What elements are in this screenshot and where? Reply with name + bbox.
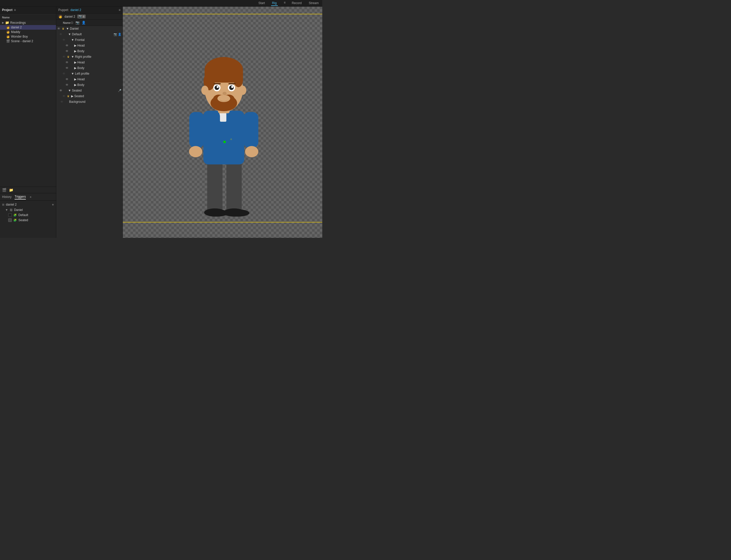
layers-name-header: Name — [63, 21, 71, 24]
eye-rightprofile-body[interactable]: 👁 — [65, 66, 70, 70]
layers-list: 👁 ♛ ▼ Daniel 👁 ♛ ▼ Default 📷 👤 👁 ♛ ▼ Fro… — [56, 26, 123, 238]
project-title: Project — [2, 8, 13, 12]
project-panel: Project ≡ Name ▶ 📁 Recordings 🧑 daniel 2… — [0, 7, 56, 238]
bottom-tabs: History Triggers ≡ — [0, 193, 56, 201]
eye-rightprofile-head[interactable]: 👁 — [65, 61, 70, 64]
rightprofile-body-layer-name: ▶ Body — [74, 66, 121, 70]
chevron-daniel-trigger: ▼ — [5, 208, 8, 212]
main-layout: Project ≡ Name ▶ 📁 Recordings 🧑 daniel 2… — [0, 7, 322, 238]
name-column-header: Name — [2, 16, 10, 19]
trigger-header-row: ⊞ daniel 2 + — [1, 202, 55, 207]
eye-daniel[interactable]: 👁 — [57, 27, 62, 30]
layers-panel: Puppet: daniel 2 ≡ 🧑 daniel 2 📷 8 Name ⊙… — [56, 7, 123, 238]
folder-icon-bottom[interactable]: 📁 — [9, 188, 13, 192]
camera-col-icon: 📷 — [75, 21, 80, 25]
bottom-icon-bar: 🎬 📁 — [0, 187, 56, 193]
leftprofile-layer-name: ▼ Left profile — [71, 72, 121, 75]
tree-item-wonderboy[interactable]: 🧑 Wonder Boy — [0, 34, 56, 39]
svg-rect-27 — [214, 83, 221, 84]
triggers-menu-icon[interactable]: ≡ — [30, 196, 31, 198]
frontal-layer-name: ▼ Frontal — [71, 38, 121, 42]
eye-seated-group[interactable]: 👁 — [59, 89, 64, 92]
trigger-header-name: daniel 2 — [6, 203, 17, 206]
eye-frontal[interactable]: 👁 — [62, 38, 67, 42]
layer-leftprofile-head[interactable]: 👁 ♛ ▶ Head — [56, 76, 123, 82]
trigger-row-daniel[interactable]: ▼ ⛓ Daniel — [1, 207, 55, 212]
eye-frontal-head[interactable]: 👁 — [65, 44, 70, 47]
seated-mic-icon: 🎤 — [118, 89, 121, 92]
tree-item-daniel2[interactable]: 🧑 daniel 2 — [0, 25, 56, 30]
svg-rect-9 — [189, 112, 204, 148]
eye-leftprofile-body[interactable]: 👁 — [65, 83, 70, 87]
layer-daniel[interactable]: 👁 ♛ ▼ Daniel — [56, 26, 123, 31]
eye-seated-sub[interactable]: 👁 — [62, 94, 67, 98]
background-layer-name: Background — [69, 100, 121, 104]
scene-label: Scene - daniel 2 — [11, 39, 33, 43]
eye-background[interactable]: 👁 — [60, 100, 65, 104]
layer-background[interactable]: 👁 ♛ Background — [56, 99, 123, 105]
svg-point-5 — [223, 208, 245, 217]
film-icon[interactable]: 🎬 — [2, 188, 6, 192]
add-trigger-button[interactable]: + — [52, 203, 54, 207]
tab-history[interactable]: History — [2, 195, 12, 199]
top-navigation-bar: Start Rig ≡ Record Stream — [0, 0, 322, 7]
rightprofile-layer-name: ▼ Right profile — [71, 55, 121, 59]
tab-triggers[interactable]: Triggers — [15, 194, 26, 199]
grid-icon: ⊞ — [2, 203, 4, 206]
project-tree: Name ▶ 📁 Recordings 🧑 daniel 2 🧑 Maddy 🧑 — [0, 14, 56, 187]
eye-default[interactable]: 👁 — [59, 32, 64, 36]
eye-leftprofile-head[interactable]: 👁 — [65, 77, 70, 81]
tab-start[interactable]: Start — [257, 1, 266, 6]
puppet-subname: daniel 2 — [64, 15, 75, 18]
svg-point-26 — [231, 86, 233, 88]
bottom-panel: 🎬 📁 History Triggers ≡ ⊞ daniel 2 + ▼ ⛓ — [0, 187, 56, 238]
leftprofile-head-layer-name: ▶ Head — [74, 77, 121, 81]
layer-frontal-body[interactable]: 👁 ♛ ▶ Body — [56, 48, 123, 54]
layer-seated-group[interactable]: 👁 ♛ ▼ Seated 🎤 — [56, 88, 123, 93]
rig-menu-icon[interactable]: ≡ — [284, 1, 286, 6]
trigger-row-seated[interactable]: 🧩 Seated — [1, 218, 55, 223]
tree-item-maddy[interactable]: 🧑 Maddy — [0, 30, 56, 34]
eye-rightprofile[interactable]: 👁 — [62, 55, 67, 59]
puppet-icon-seated-trigger: 🧩 — [13, 219, 17, 222]
canvas-container[interactable]: ☩ — [123, 7, 322, 238]
puppet-menu-button[interactable]: ≡ — [119, 8, 120, 12]
recordings-label: Recordings — [10, 21, 26, 25]
layer-rightprofile-head[interactable]: 👁 ♛ ▶ Head — [56, 60, 123, 65]
crown-rightprofile: ♛ — [67, 55, 71, 59]
daniel-trigger-label: Daniel — [14, 208, 23, 212]
canvas-area: ☩ — [123, 7, 322, 238]
layer-frontal-head[interactable]: 👁 ♛ ▶ Head — [56, 43, 123, 48]
layer-default[interactable]: 👁 ♛ ▼ Default 📷 👤 — [56, 31, 123, 37]
puppet-icon-wonderboy: 🧑 — [6, 35, 10, 38]
project-menu-button[interactable]: ≡ — [14, 8, 16, 12]
tab-stream[interactable]: Stream — [308, 1, 320, 6]
seated-group-layer-name: ▼ Seated — [68, 89, 118, 92]
layer-frontal[interactable]: 👁 ♛ ▼ Frontal — [56, 37, 123, 43]
layer-leftprofile[interactable]: 👁 ♛ ▼ Left profile — [56, 71, 123, 76]
svg-point-20 — [239, 86, 246, 95]
svg-point-23 — [215, 85, 219, 90]
svg-point-29 — [223, 92, 227, 95]
layer-seated-sub[interactable]: 👁 ♛ ▶ Seated — [56, 93, 123, 99]
tab-record[interactable]: Record — [291, 1, 303, 6]
triggers-content: ⊞ daniel 2 + ▼ ⛓ Daniel 🧩 Default — [0, 201, 56, 238]
layer-rightprofile[interactable]: 👁 ♛ ▼ Right profile — [56, 54, 123, 60]
tree-item-recordings[interactable]: ▶ 📁 Recordings — [0, 20, 56, 25]
tree-item-scene[interactable]: 🎬 Scene - daniel 2 — [0, 39, 56, 43]
maddy-label: Maddy — [11, 30, 20, 34]
layer-rightprofile-body[interactable]: 👁 ♛ ▶ Body — [56, 65, 123, 71]
layers-column-header: Name ⊙ 📷 👤 — [56, 20, 123, 26]
scene-icon: 🎬 — [6, 39, 10, 43]
svg-point-24 — [229, 85, 234, 90]
trigger-row-default[interactable]: 🧩 Default — [1, 212, 55, 218]
folder-icon: 📁 — [5, 21, 9, 25]
puppet-badge: 📷 8 — [77, 15, 86, 18]
wonderboy-label: Wonder Boy — [11, 35, 28, 38]
eye-leftprofile[interactable]: 👁 — [62, 72, 67, 75]
layer-leftprofile-body[interactable]: 👁 ♛ ▶ Body — [56, 82, 123, 88]
default-layer-icons: 📷 👤 — [114, 33, 121, 36]
eye-frontal-body[interactable]: 👁 — [65, 49, 70, 53]
frontal-body-layer-name: ▶ Body — [74, 49, 121, 53]
tab-rig[interactable]: Rig — [271, 1, 278, 6]
